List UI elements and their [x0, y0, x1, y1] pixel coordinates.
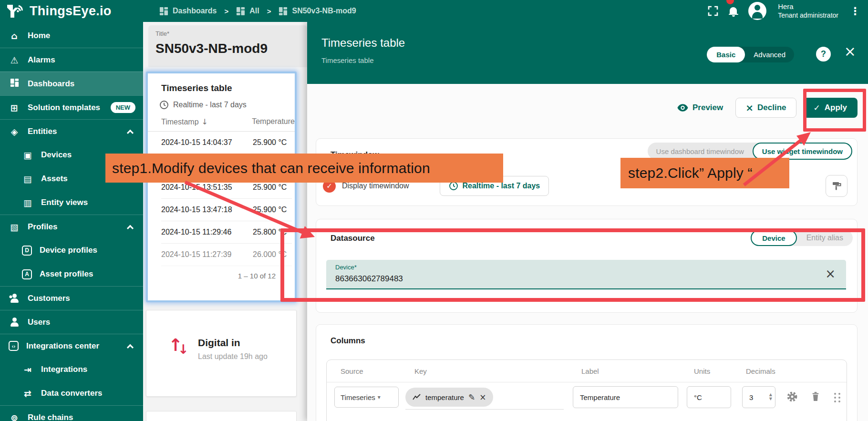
integrations-icon: ⇥: [22, 364, 33, 375]
source-select[interactable]: Timeseries ▾: [334, 387, 399, 408]
preview-button[interactable]: Preview: [677, 103, 723, 113]
integrations-center-icon: ‹›: [9, 341, 19, 351]
sidebar-nav: ⌂ Home ⚠ Alarms Dashboards ⊞ Solution te…: [0, 22, 143, 421]
dashboard-grid-icon: [279, 7, 288, 16]
breadcrumb-item-all[interactable]: All: [236, 7, 259, 16]
key-value: temperature: [425, 393, 464, 401]
pagination-range: 1 – 10 of 12: [148, 272, 276, 280]
paint-roller-icon: [831, 181, 842, 191]
more-menu-button[interactable]: ⋮: [850, 5, 860, 17]
decimals-input[interactable]: 3 ▲ ▼: [742, 386, 775, 408]
columns-table: Source Key Label Units Decimals Timeseri…: [326, 359, 847, 421]
key-field-underline: [405, 409, 564, 410]
units-input[interactable]: °C: [687, 386, 731, 408]
entities-icon: ◈: [9, 126, 20, 137]
fullscreen-icon: [708, 6, 718, 16]
header-key: Key: [414, 367, 581, 375]
sidebar-item-integrations[interactable]: ⇥ Integrations: [0, 358, 143, 381]
sidebar-item-label: Alarms: [28, 55, 55, 65]
user-role: Tenant administrator: [778, 11, 838, 20]
sidebar-item-users[interactable]: Users: [0, 310, 143, 334]
delete-column-button[interactable]: [810, 391, 821, 404]
widget-timewindow[interactable]: Realtime - last 7 days: [159, 100, 295, 110]
sidebar-item-solution-templates[interactable]: ⊞ Solution templates NEW: [0, 95, 143, 119]
breadcrumb-item-dashboards[interactable]: Dashboards: [159, 7, 217, 16]
sidebar-item-home[interactable]: ⌂ Home: [0, 24, 143, 48]
data-converters-icon: ⇄: [22, 388, 33, 399]
decimals-stepper[interactable]: ▲ ▼: [769, 393, 772, 401]
widget-timewindow-label: Realtime - last 7 days: [173, 101, 247, 109]
title-field-value: SN50v3-NB-mod9: [155, 41, 307, 56]
sidebar-item-asset-profiles[interactable]: A Asset profiles: [0, 262, 143, 286]
toggle-basic[interactable]: Basic: [707, 47, 745, 62]
realtime-label: Realtime - last 7 days: [463, 182, 540, 190]
notifications-button[interactable]: [730, 7, 737, 15]
sidebar-item-customers[interactable]: Customers: [0, 286, 143, 310]
decline-button[interactable]: × Decline: [735, 98, 796, 118]
sidebar-item-device-profiles[interactable]: D Device profiles: [0, 238, 143, 262]
user-avatar[interactable]: [748, 2, 766, 20]
cell-temperature: 25.900 °C: [253, 138, 287, 147]
remove-key-icon[interactable]: ×: [479, 392, 486, 402]
sidebar-item-entity-views[interactable]: ▥ Entity views: [0, 191, 143, 215]
columns-section: Columns Source Key Label Units Decimals …: [316, 324, 858, 421]
annotation-highlight-datasource: [280, 228, 865, 302]
home-icon: ⌂: [9, 31, 20, 41]
new-badge: NEW: [111, 102, 135, 113]
appearance-settings-button[interactable]: [826, 175, 847, 197]
thingseye-logo-icon: [6, 3, 25, 19]
drag-handle[interactable]: [834, 393, 836, 395]
display-timewindow-label: Display timewindow: [342, 182, 409, 190]
dashboard-title-field[interactable]: Title* SN50v3-NB-mod9: [148, 25, 307, 67]
sidebar-item-rule-chains[interactable]: ⊚ Rule chains: [0, 405, 143, 421]
widget-title: Timeseries table: [161, 83, 295, 93]
app-logo[interactable]: ThingsEye.io: [0, 3, 143, 19]
digital-io-icon: ↑↓: [168, 335, 189, 360]
basic-advanced-toggle: Basic Advanced: [707, 47, 794, 62]
help-button[interactable]: ?: [816, 47, 831, 62]
columns-heading: Columns: [331, 336, 365, 346]
breadcrumb-label: SN50v3-NB-mod9: [292, 7, 356, 15]
column-settings-button[interactable]: [786, 391, 798, 404]
close-panel-button[interactable]: ×: [844, 43, 856, 60]
sidebar-item-dashboards[interactable]: Dashboards: [0, 72, 143, 95]
table-row: 2024-10-15 13:47:18 25.900 °C: [161, 199, 292, 221]
sidebar-item-alarms[interactable]: ⚠ Alarms: [0, 48, 143, 72]
sidebar-item-label: Entity views: [41, 198, 88, 207]
bell-icon: [730, 7, 737, 15]
toggle-advanced[interactable]: Advanced: [745, 51, 794, 59]
sidebar-item-label: Rule chains: [28, 413, 73, 421]
user-info: Hera Tenant administrator: [778, 2, 838, 20]
sidebar-item-integrations-center[interactable]: ‹› Integrations center: [0, 334, 143, 358]
column-header-timestamp[interactable]: Timestamp: [161, 118, 199, 126]
timeseries-table-widget[interactable]: Timeseries table Realtime - last 7 days …: [146, 72, 297, 302]
sidebar-item-label: Asset profiles: [40, 269, 93, 279]
sidebar-item-label: Users: [28, 318, 50, 327]
next-widget-partial[interactable]: [146, 411, 297, 421]
fullscreen-button[interactable]: [708, 6, 718, 16]
use-dashboard-timewindow-option[interactable]: Use dashboard timewindow: [648, 147, 753, 155]
column-header-temperature[interactable]: Temperature: [252, 117, 295, 126]
config-panel-header: Timeseries table Timeseries table Basic …: [307, 22, 868, 84]
assets-icon: ▤: [22, 174, 33, 184]
sidebar-item-entities[interactable]: ◈ Entities: [0, 119, 143, 143]
breadcrumb-separator: >: [267, 7, 271, 15]
sort-desc-icon[interactable]: ↓: [202, 117, 208, 126]
sidebar-item-label: Device profiles: [40, 246, 97, 255]
sidebar-item-profiles[interactable]: ▧ Profiles: [0, 215, 143, 238]
edit-key-icon[interactable]: ✎: [468, 392, 475, 402]
step-down-icon[interactable]: ▼: [769, 397, 772, 401]
use-widget-timewindow-option[interactable]: Use widget timewindow: [753, 143, 852, 160]
clock-icon: [449, 181, 458, 191]
key-chip[interactable]: temperature ✎ ×: [405, 388, 493, 407]
digital-in-widget[interactable]: ↑↓ Digital in Last update 19h ago: [146, 310, 297, 397]
source-value: Timeseries: [341, 393, 375, 401]
cell-timestamp: 2024-10-15 11:27:39: [161, 250, 253, 259]
breadcrumb-item-current-dashboard[interactable]: SN50v3-NB-mod9: [279, 7, 356, 16]
widget-title: Digital in: [198, 337, 240, 349]
config-panel-title: Timeseries table: [321, 22, 868, 50]
profiles-icon: ▧: [9, 222, 20, 232]
sidebar-item-data-converters[interactable]: ⇄ Data converters: [0, 381, 143, 405]
label-input[interactable]: Temperature: [573, 386, 678, 408]
decimals-value: 3: [749, 393, 753, 401]
